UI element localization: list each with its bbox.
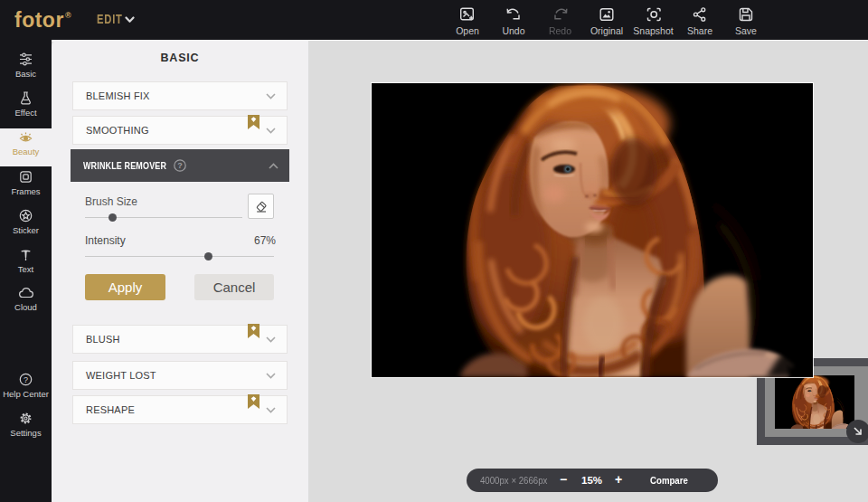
svg-text:?: ? bbox=[24, 375, 28, 384]
svg-text:?: ? bbox=[177, 161, 183, 170]
